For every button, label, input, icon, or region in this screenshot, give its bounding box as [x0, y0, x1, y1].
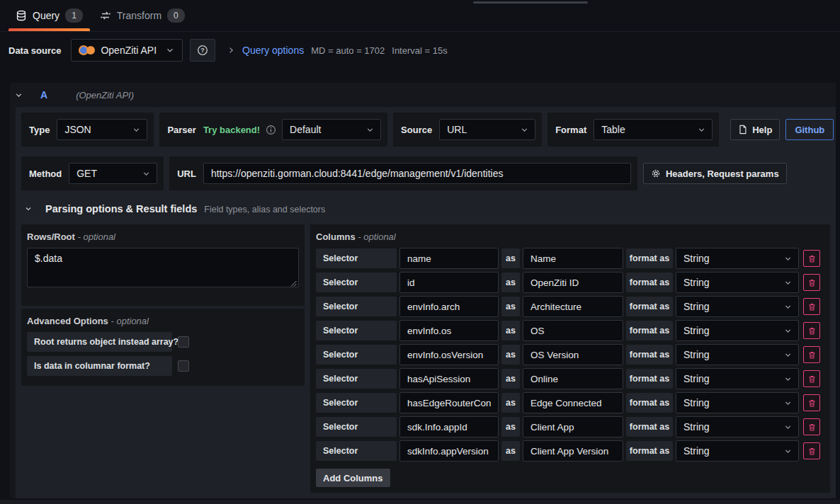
column-selector-input[interactable]	[399, 368, 499, 389]
delete-column-button[interactable]	[803, 274, 820, 291]
type-field-group: Type JSON	[21, 113, 154, 147]
column-selector-input[interactable]	[399, 440, 499, 462]
column-alias-input[interactable]	[523, 248, 623, 269]
root-returns-object-label: Root returns object instead array?	[27, 332, 172, 352]
type-select[interactable]: JSON	[57, 119, 147, 140]
rows-root-title: Rows/Root - optional	[27, 231, 299, 242]
method-select[interactable]: GET	[69, 163, 157, 184]
column-selector-input[interactable]	[399, 392, 499, 413]
column-selector-input[interactable]	[399, 416, 499, 437]
parsing-options-section-toggle[interactable]: Parsing options & Result fields Field ty…	[24, 203, 830, 214]
column-alias-input[interactable]	[523, 296, 623, 317]
source-field-group: Source URL	[393, 113, 542, 147]
rows-root-input[interactable]	[27, 248, 299, 287]
column-format-label: format as	[626, 393, 673, 413]
column-selector-input[interactable]	[399, 296, 499, 317]
advanced-options-title: Advanced Options - optional	[27, 316, 299, 326]
column-format-select[interactable]: String	[676, 320, 799, 341]
pane-resize-handle[interactable]	[473, 1, 588, 4]
column-selector-input[interactable]	[399, 344, 499, 365]
column-alias-input[interactable]	[523, 344, 623, 365]
column-format-select[interactable]: String	[676, 296, 799, 317]
format-select[interactable]: Table	[594, 119, 713, 140]
delete-column-button[interactable]	[803, 394, 820, 411]
delete-column-button[interactable]	[803, 346, 820, 363]
datasource-picker[interactable]: OpenZiti API	[71, 39, 183, 62]
delete-column-button[interactable]	[803, 418, 820, 435]
delete-column-button[interactable]	[803, 298, 820, 315]
column-alias-input[interactable]	[523, 392, 623, 413]
columnar-format-checkbox[interactable]	[178, 360, 189, 372]
column-as-label: as	[501, 441, 520, 461]
column-format-label: format as	[626, 321, 673, 340]
column-format-value: String	[683, 445, 710, 457]
column-selector-input[interactable]	[399, 248, 499, 269]
columns-title: Columns - optional	[316, 231, 824, 242]
advanced-option-row: Root returns object instead array?	[27, 332, 299, 352]
query-row-header[interactable]: A (OpenZiti API)	[10, 83, 836, 107]
column-format-select[interactable]: String	[676, 272, 799, 293]
type-label: Type	[28, 125, 51, 135]
headers-request-params-button[interactable]: Headers, Request params	[643, 163, 787, 184]
column-format-select[interactable]: String	[676, 416, 799, 437]
editor-row-options: Type JSON Parser Try backend! Default So…	[21, 113, 830, 147]
tab-transform[interactable]: Transform 0	[91, 0, 193, 31]
column-alias-input[interactable]	[523, 416, 623, 437]
help-button[interactable]: Help	[730, 119, 780, 140]
query-datasource-hint: (OpenZiti API)	[76, 90, 134, 101]
column-alias-input[interactable]	[523, 320, 623, 341]
column-alias-input[interactable]	[523, 368, 623, 389]
column-format-select[interactable]: String	[676, 440, 799, 462]
source-select-value: URL	[447, 124, 467, 135]
column-format-select[interactable]: String	[676, 344, 799, 365]
url-input[interactable]	[203, 163, 631, 184]
type-select-value: JSON	[64, 124, 91, 135]
delete-column-button[interactable]	[803, 442, 820, 459]
add-columns-button[interactable]: Add Columns	[316, 469, 390, 487]
query-toolbar: Data source OpenZiti API ? Query options…	[0, 32, 840, 69]
resize-grip-icon[interactable]	[290, 280, 297, 287]
parser-select[interactable]: Default	[282, 119, 381, 140]
collapse-chevron-icon[interactable]	[14, 91, 23, 100]
column-as-label: as	[501, 369, 520, 389]
chevron-down-icon	[783, 447, 793, 456]
delete-column-button[interactable]	[803, 370, 820, 387]
rows-root-label: Rows/Root	[27, 231, 75, 242]
github-button[interactable]: Github	[785, 119, 834, 140]
chevron-down-icon	[783, 326, 793, 336]
delete-column-button[interactable]	[803, 250, 820, 267]
method-field-group: Method GET	[21, 156, 164, 190]
delete-column-button[interactable]	[803, 322, 820, 339]
column-alias-input[interactable]	[523, 440, 623, 462]
column-selector-input[interactable]	[399, 320, 499, 341]
column-format-select[interactable]: String	[676, 248, 799, 269]
rows-root-optional: - optional	[78, 231, 115, 242]
next-row-edge	[0, 500, 840, 504]
column-alias-input[interactable]	[523, 272, 623, 293]
column-row: Selector as format as String	[316, 368, 824, 389]
chevron-down-icon	[783, 399, 793, 408]
column-row: Selector as format as String	[316, 344, 824, 365]
column-format-value: String	[683, 325, 710, 336]
column-format-value: String	[683, 301, 710, 312]
column-format-label: format as	[626, 441, 673, 461]
tab-transform-label: Transform	[117, 10, 161, 21]
active-tab-underline	[8, 28, 90, 31]
column-selector-label: Selector	[316, 417, 397, 437]
format-field-group: Format Table	[547, 113, 719, 147]
datasource-help-button[interactable]: ?	[190, 39, 215, 62]
column-as-label: as	[501, 297, 520, 316]
column-format-label: format as	[626, 248, 673, 268]
query-options-link[interactable]: Query options	[242, 45, 304, 56]
column-selector-label: Selector	[316, 273, 397, 292]
column-selector-label: Selector	[316, 393, 397, 413]
tab-query[interactable]: Query 1	[7, 0, 91, 31]
source-select[interactable]: URL	[439, 119, 535, 140]
column-format-select[interactable]: String	[676, 368, 799, 389]
columns-label: Columns	[316, 231, 356, 242]
chevron-right-icon	[227, 46, 235, 55]
root-returns-object-checkbox[interactable]	[178, 336, 189, 348]
column-selector-input[interactable]	[399, 272, 499, 293]
column-as-label: as	[501, 248, 520, 268]
column-format-select[interactable]: String	[676, 392, 799, 413]
